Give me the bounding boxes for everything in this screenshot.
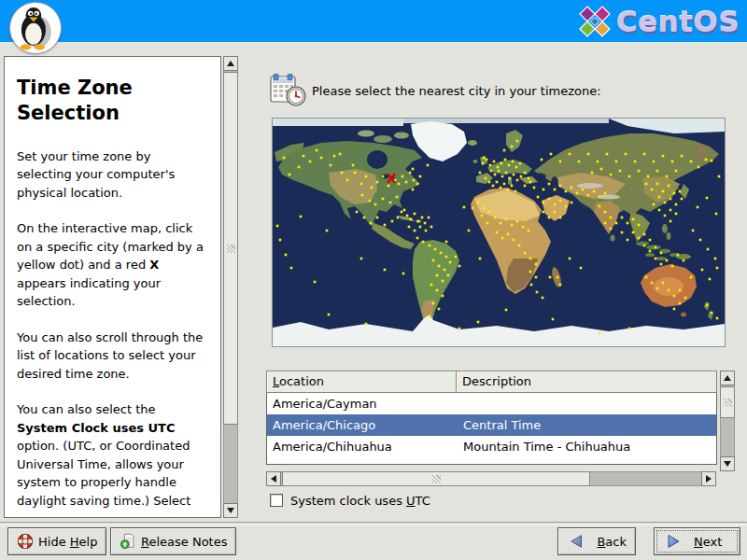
tux-logo bbox=[9, 2, 62, 54]
arrow-up-icon bbox=[227, 61, 234, 66]
arrow-right-icon bbox=[706, 475, 712, 483]
arrow-up-icon bbox=[724, 375, 731, 381]
table-row[interactable]: America/ChihuahuaMountain Time - Chihuah… bbox=[267, 436, 716, 457]
timezone-clock-icon bbox=[269, 72, 306, 107]
prompt-text: Please select the nearest city in your t… bbox=[312, 84, 601, 98]
next-arrow-icon bbox=[666, 534, 681, 549]
release-notes-label: Release Notes bbox=[141, 535, 227, 549]
utc-checkbox-label[interactable]: System clock uses UTC bbox=[290, 494, 430, 508]
column-header-description[interactable]: Description bbox=[457, 371, 717, 393]
back-label: Back bbox=[597, 535, 627, 549]
table-scroll-left-button[interactable] bbox=[266, 471, 281, 486]
help-scroll-down-button[interactable] bbox=[223, 503, 238, 518]
help-paragraph-2: On the interactive map, click on a speci… bbox=[17, 219, 209, 311]
table-scroll-down-button[interactable] bbox=[720, 456, 735, 471]
grip-icon bbox=[724, 399, 732, 407]
hide-help-label: Hide Help bbox=[38, 535, 97, 549]
timezone-table[interactable]: America/CaymanAmerica/ChicagoCentral Tim… bbox=[266, 393, 717, 465]
table-scroll-right-button[interactable] bbox=[701, 471, 716, 486]
table-row[interactable]: America/ChicagoCentral Time bbox=[267, 414, 716, 436]
centos-wordmark: CentOS bbox=[616, 5, 740, 38]
lifebuoy-icon bbox=[17, 533, 34, 550]
arrow-down-icon bbox=[227, 508, 234, 513]
timezone-world-map[interactable] bbox=[272, 118, 726, 347]
back-button[interactable]: Back bbox=[557, 527, 636, 555]
grip-icon bbox=[432, 475, 441, 483]
hide-help-button[interactable]: Hide Help bbox=[7, 527, 106, 555]
help-scroll-up-button[interactable] bbox=[223, 56, 238, 71]
back-arrow-icon bbox=[570, 534, 584, 549]
next-label: Next bbox=[694, 535, 722, 549]
cell-location: America/Chihuahua bbox=[267, 440, 458, 454]
help-paragraph-1: Set your time zone by selecting your com… bbox=[17, 147, 209, 203]
table-vscrollbar-thumb[interactable] bbox=[720, 386, 735, 418]
table-hscrollbar-thumb[interactable] bbox=[282, 471, 590, 486]
help-title: Time Zone Selection bbox=[17, 76, 166, 127]
tux-penguin-icon bbox=[15, 6, 56, 50]
table-scroll-up-button[interactable] bbox=[720, 371, 735, 385]
cell-location: America/Cayman bbox=[267, 397, 458, 411]
column-header-location[interactable]: Location bbox=[266, 371, 457, 393]
grip-icon bbox=[227, 245, 235, 253]
centos-symbol-icon bbox=[577, 4, 613, 39]
help-scrollbar-thumb[interactable] bbox=[223, 72, 238, 425]
help-paragraph-4: You can also select the System Clock use… bbox=[17, 400, 209, 510]
cell-description: Mountain Time - Chihuahua bbox=[458, 440, 716, 454]
table-row[interactable]: America/Cayman bbox=[267, 393, 716, 414]
timezone-table-header: Location Description bbox=[266, 371, 717, 393]
release-notes-icon bbox=[120, 533, 136, 550]
help-panel: Time Zone Selection Set your time zone b… bbox=[4, 56, 221, 518]
cell-description: Central Time bbox=[458, 418, 716, 432]
help-paragraph-3: You can also scroll through the list of … bbox=[17, 329, 209, 384]
bottom-separator bbox=[0, 522, 747, 525]
next-button[interactable]: Next bbox=[654, 527, 740, 555]
arrow-down-icon bbox=[724, 461, 731, 467]
arrow-left-icon bbox=[271, 475, 276, 483]
centos-logo: CentOS bbox=[577, 3, 740, 40]
cell-location: America/Chicago bbox=[267, 418, 458, 432]
release-notes-button[interactable]: Release Notes bbox=[110, 527, 236, 555]
utc-checkbox[interactable] bbox=[270, 494, 283, 507]
